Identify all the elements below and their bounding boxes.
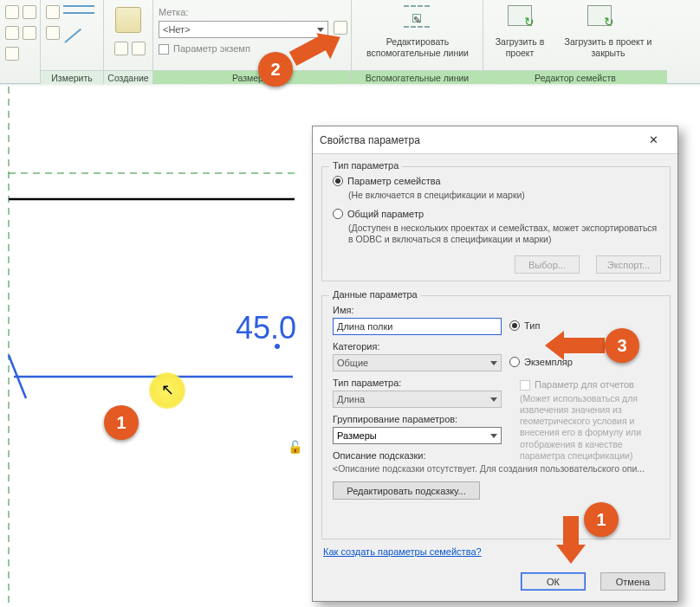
- callout-1: 1: [104, 405, 139, 440]
- select-button: Выбор...: [515, 255, 580, 274]
- create-big-icon[interactable]: [115, 7, 141, 33]
- type-param-value: Длина: [337, 394, 365, 404]
- load-project-icon[interactable]: ↻: [508, 5, 532, 26]
- mark-dropdown-value: <Нет>: [163, 24, 191, 35]
- tooltip-text: <Описание подсказки отсутствует. Для соз…: [333, 463, 662, 475]
- ribbon-group-measure: Измерить: [41, 0, 104, 84]
- diagonal-icon[interactable]: [63, 26, 82, 45]
- ribbon-icon-1a[interactable]: [5, 5, 19, 19]
- ribbon-icon-m1[interactable]: [46, 5, 60, 19]
- load-close-label: Загрузить в проект и закрыть: [556, 36, 660, 58]
- instance-param-label: Параметр экземп: [173, 43, 250, 54]
- callout-3: 3: [605, 328, 639, 363]
- mark-label: Метка:: [159, 7, 188, 17]
- callout-2-label: 2: [270, 60, 280, 80]
- checkbox-icon: [159, 44, 169, 55]
- load-project-label: Загрузить в проект: [487, 36, 553, 58]
- parameter-properties-dialog: Свойства параметра ✕ Тип параметра Парам…: [312, 126, 678, 602]
- radio-icon: [509, 320, 520, 331]
- category-label: Категория:: [333, 341, 379, 352]
- report-checkbox-label: Параметр для отчетов: [535, 379, 634, 390]
- ribbon-label-aux: Вспомогательные линии: [352, 70, 483, 84]
- tooltip-label: Описание подсказки:: [333, 450, 426, 461]
- ribbon-icon-cr2[interactable]: [132, 42, 146, 55]
- callout-1b: 1: [584, 502, 619, 537]
- mark-dropdown[interactable]: <Нет>: [159, 21, 328, 38]
- callout-1b-arrow-body: [563, 516, 579, 546]
- param-type-group: Тип параметра Параметр семейства (Не вкл…: [321, 166, 671, 281]
- ribbon-label-measure: Измерить: [41, 70, 103, 84]
- shared-param-radio[interactable]: Общий параметр: [333, 209, 424, 219]
- ribbon-icon-1b[interactable]: [23, 5, 36, 19]
- callout-3-arrow-body: [563, 338, 605, 353]
- unlock-icon[interactable]: 🔓: [288, 440, 302, 454]
- type-param-dropdown: Длина: [333, 391, 502, 408]
- instance-param-checkbox[interactable]: Параметр экземп: [159, 43, 250, 55]
- report-checkbox: Параметр для отчетов: [520, 379, 634, 391]
- cancel-button[interactable]: Отмена: [600, 572, 665, 591]
- cursor-icon: ↖: [161, 380, 174, 399]
- name-input[interactable]: Длина полки: [333, 318, 502, 335]
- chevron-down-icon: [490, 361, 497, 365]
- help-link[interactable]: Как создать параметры семейства?: [323, 546, 482, 557]
- ribbon-icon-1c[interactable]: [5, 26, 19, 40]
- grouping-dropdown[interactable]: Размеры: [333, 427, 502, 444]
- edit-aux-icon[interactable]: ✎: [404, 5, 430, 28]
- ribbon-group-first: [0, 0, 41, 84]
- callout-1-label: 1: [116, 413, 126, 433]
- chevron-down-icon: [490, 397, 497, 402]
- edit-tooltip-button[interactable]: Редактировать подсказку...: [333, 481, 480, 500]
- callout-1b-arrow-head: [556, 545, 586, 564]
- grouping-value: Размеры: [337, 430, 377, 441]
- checkbox-icon: [520, 380, 530, 391]
- category-dropdown: Общие: [333, 354, 502, 371]
- param-type-group-label: Тип параметра: [329, 160, 402, 171]
- close-button[interactable]: ✕: [636, 130, 671, 151]
- radio-icon: [333, 209, 343, 219]
- ribbon-group-aux: ✎ Редактировать вспомогательные линии Вс…: [352, 0, 483, 84]
- callout-1b-label: 1: [596, 510, 606, 530]
- shared-param-label: Общий параметр: [347, 209, 424, 219]
- ok-button[interactable]: ОК: [521, 572, 586, 591]
- type-radio-label: Тип: [524, 320, 540, 331]
- callout-3-label: 3: [617, 336, 626, 356]
- export-button: Экспорт...: [596, 255, 661, 274]
- callout-2: 2: [258, 52, 293, 87]
- dimension-value[interactable]: 45.0: [236, 310, 296, 346]
- dimension-icon[interactable]: [63, 5, 94, 14]
- radio-icon: [509, 357, 520, 367]
- shared-param-note: (Доступен в нескольких проектах и семейс…: [348, 223, 660, 245]
- category-value: Общие: [337, 358, 368, 368]
- type-param-label: Тип параметра:: [333, 378, 401, 388]
- grouping-label: Группирование параметров:: [333, 414, 457, 424]
- family-param-note: (Не включается в спецификации и марки): [348, 190, 525, 201]
- edit-aux-label: Редактировать вспомогательные линии: [355, 36, 480, 58]
- ribbon-icon-1e[interactable]: [5, 47, 19, 61]
- ribbon-icon-m2[interactable]: [46, 26, 60, 40]
- name-input-value: Длина полки: [337, 321, 392, 332]
- dialog-titlebar[interactable]: Свойства параметра ✕: [313, 126, 677, 154]
- dialog-title-text: Свойства параметра: [320, 134, 636, 146]
- load-close-icon[interactable]: ↻: [587, 5, 612, 26]
- chevron-down-icon: [490, 434, 497, 438]
- ribbon-icon-cr1[interactable]: [114, 42, 128, 55]
- ribbon-label-family-editor: Редактор семейств: [483, 70, 667, 84]
- type-radio[interactable]: Тип: [509, 320, 540, 331]
- family-param-label: Параметр семейства: [347, 176, 441, 186]
- ribbon-label-create: Создание: [104, 70, 152, 84]
- ribbon-label-size: Размер м: [153, 70, 351, 84]
- callout-3-arrow-head: [545, 331, 564, 360]
- name-label: Имя:: [333, 305, 353, 315]
- family-param-radio[interactable]: Параметр семейства: [333, 176, 441, 186]
- radio-icon: [333, 176, 343, 186]
- ribbon-icon-1d[interactable]: [23, 26, 36, 40]
- report-note: (Может использоваться для извлечения зна…: [520, 393, 665, 462]
- ribbon-group-create: Создание: [104, 0, 153, 84]
- param-data-group-label: Данные параметра: [329, 289, 421, 300]
- ribbon-group-family-editor: ↻ Загрузить в проект ↻ Загрузить в проек…: [483, 0, 667, 84]
- ribbon: Измерить Создание Метка: <Нет> Параметр …: [0, 0, 700, 84]
